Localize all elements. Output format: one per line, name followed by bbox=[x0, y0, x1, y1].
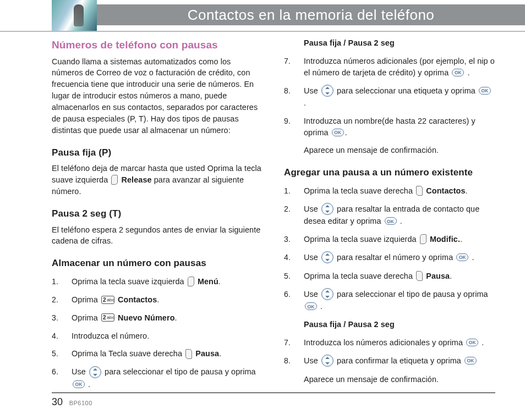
softkey-left-icon bbox=[188, 277, 194, 286]
subheading-pausa-p: Pausa fija (P) bbox=[52, 146, 263, 160]
text: para resaltar el número y oprima bbox=[337, 253, 455, 262]
list-item: Oprima la tecla suave derecha Pausa. bbox=[284, 270, 495, 282]
nav-updown-icon bbox=[321, 251, 333, 263]
list-item: Oprima la Tecla suave derecha Pausa. bbox=[52, 348, 263, 360]
pausa-t-text: El teléfono espera 2 segundos antes de e… bbox=[52, 224, 263, 247]
right-column: Pausa fija / Pausa 2 seg Introduzca núme… bbox=[284, 37, 495, 396]
text: para seleccionar el tipo de pausa y opri… bbox=[105, 367, 256, 376]
ok-icon bbox=[452, 69, 464, 76]
page-title: Contactos en la memoria del teléfono bbox=[188, 7, 435, 24]
list-item: Use para resaltar el número y oprima . bbox=[284, 252, 495, 264]
agregar-steps-cont: Introduzca los números adicionales y opr… bbox=[284, 337, 495, 367]
text: Oprima bbox=[72, 313, 100, 322]
list-item: Oprima la tecla suave izquierda Menú. bbox=[52, 276, 263, 288]
left-column: Números de teléfono con pausas Cuando ll… bbox=[52, 37, 263, 396]
page-footer: 30 BP6100 bbox=[52, 393, 495, 408]
text: Oprima la tecla suave derecha bbox=[304, 272, 415, 280]
text: Use bbox=[304, 253, 320, 262]
list-item: Use para seleccionar el tipo de pausa y … bbox=[52, 366, 263, 390]
ok-icon bbox=[73, 380, 85, 388]
model-label: BP6100 bbox=[69, 400, 92, 406]
ok-icon bbox=[479, 87, 491, 95]
page-number: 30 bbox=[52, 396, 63, 407]
list-item: Use para seleccionar una etiqueta y opri… bbox=[284, 85, 495, 109]
text: Introduzca los números adicionales y opr… bbox=[304, 338, 465, 347]
softkey-right-icon bbox=[185, 349, 192, 359]
softkey-left-icon bbox=[111, 175, 118, 185]
section-heading: Números de teléfono con pausas bbox=[52, 37, 263, 53]
text: Use bbox=[72, 367, 88, 376]
list-item: Oprima la tecla suave derecha Contactos. bbox=[284, 185, 495, 197]
softkey-left-icon bbox=[420, 234, 426, 244]
content-area: Números de teléfono con pausas Cuando ll… bbox=[0, 32, 525, 396]
footer-divider bbox=[52, 393, 495, 393]
list-item: Use para seleccionar el tipo de pausa y … bbox=[284, 289, 495, 312]
nav-updown-icon bbox=[321, 288, 333, 300]
list-item: Use para resaltar la entrada de contacto… bbox=[284, 203, 495, 227]
nav-updown-icon bbox=[321, 85, 333, 97]
list-item: Oprima la tecla suave izquierda Modific.… bbox=[284, 234, 495, 245]
almacenar-steps: Oprima la tecla suave izquierda Menú. Op… bbox=[52, 276, 263, 390]
subheading-pausa-t: Pausa 2 seg (T) bbox=[52, 207, 263, 221]
text-bold: Release bbox=[122, 175, 152, 184]
text-bold: Contactos bbox=[118, 295, 157, 304]
text: Oprima la tecla suave derecha bbox=[304, 186, 415, 195]
footer-text: 30 BP6100 bbox=[52, 396, 495, 408]
softkey-right-icon bbox=[416, 186, 423, 196]
text: para seleccionar una etiqueta y oprima bbox=[337, 86, 478, 95]
text: Use bbox=[304, 86, 320, 95]
list-item: Introduzca un nombre(de hasta 22 caracte… bbox=[284, 115, 495, 139]
list-item: Use para confirmar la etiqueta y oprima bbox=[284, 355, 495, 367]
text: Oprima la tecla suave izquierda bbox=[304, 235, 419, 244]
pause-types-line: Pausa fija / Pausa 2 seg bbox=[304, 37, 495, 49]
list-item: Oprima 2abc Contactos. bbox=[52, 294, 263, 306]
header-image bbox=[52, 0, 97, 31]
key-2abc-icon: 2abc bbox=[101, 313, 114, 322]
list-item: Introduzca números adicionales (por ejem… bbox=[284, 56, 495, 79]
ok-icon bbox=[464, 357, 477, 364]
nav-updown-icon bbox=[89, 366, 101, 378]
list-item: Introduzca el número. bbox=[52, 330, 263, 342]
text: Introduzca el número. bbox=[72, 331, 149, 340]
text: Introduzca un nombre(de hasta 22 caracte… bbox=[304, 117, 475, 137]
ok-icon bbox=[385, 217, 397, 225]
softkey-right-icon bbox=[416, 271, 423, 281]
nav-updown-icon bbox=[321, 203, 333, 215]
ok-icon bbox=[456, 253, 468, 261]
pausa-p-text: El teléfono deja de marcar hasta que ust… bbox=[52, 163, 263, 197]
text-bold: Contactos bbox=[426, 186, 465, 195]
key-2abc-icon: 2abc bbox=[101, 296, 114, 304]
text: Oprima la Tecla suave derecha bbox=[72, 349, 184, 358]
text: Introduzca números adicionales (por ejem… bbox=[304, 57, 495, 77]
ok-icon bbox=[305, 302, 317, 310]
confirm-text: Aparece un mensaje de confirmación. bbox=[304, 145, 495, 156]
text: Oprima la tecla suave izquierda bbox=[72, 277, 187, 286]
agregar-steps: Oprima la tecla suave derecha Contactos.… bbox=[284, 185, 495, 312]
ok-icon bbox=[466, 339, 478, 346]
header-title-bar: Contactos en la memoria del teléfono bbox=[97, 4, 525, 25]
nav-updown-icon bbox=[321, 355, 333, 367]
text: Oprima bbox=[72, 295, 100, 304]
text-bold: Pausa bbox=[426, 272, 450, 280]
ok-icon bbox=[332, 129, 344, 136]
almacenar-steps-cont: Introduzca números adicionales (por ejem… bbox=[284, 56, 495, 139]
text-bold: Modific. bbox=[430, 235, 460, 244]
list-item: Oprima 2abc Nuevo Número. bbox=[52, 312, 263, 324]
subheading-agregar: Agregar una pausa a un número existente bbox=[284, 166, 495, 180]
confirm-text: Aparece un mensaje de confirmación. bbox=[304, 374, 495, 385]
intro-paragraph: Cuando llama a sistemas automatizados co… bbox=[52, 56, 263, 136]
text: para seleccionar el tipo de pausa y opri… bbox=[337, 290, 488, 299]
text: Use bbox=[304, 290, 320, 299]
text: Use bbox=[304, 356, 320, 365]
text-bold: Pausa bbox=[195, 349, 219, 358]
text-bold: Menú bbox=[198, 277, 218, 286]
subheading-almacenar: Almacenar un número con pausas bbox=[52, 257, 263, 270]
list-item: Introduzca los números adicionales y opr… bbox=[284, 337, 495, 349]
page-header: Contactos en la memoria del teléfono bbox=[0, 0, 525, 32]
text: para confirmar la etiqueta y oprima bbox=[337, 356, 463, 365]
text: Use bbox=[304, 205, 320, 213]
pause-types-line: Pausa fija / Pausa 2 seg bbox=[304, 319, 495, 330]
text-bold: Nuevo Número bbox=[118, 313, 175, 322]
